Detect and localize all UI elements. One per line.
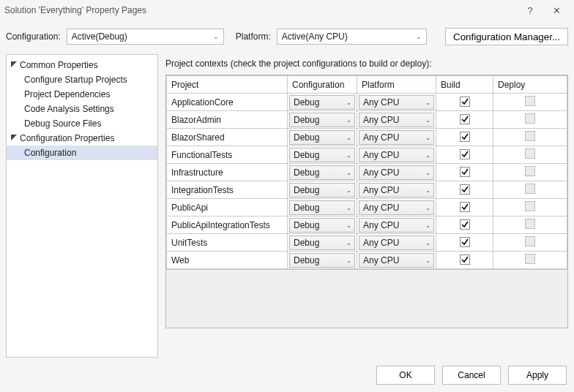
configuration-cell: Debug⌄ xyxy=(288,146,357,164)
deploy-checkbox[interactable] xyxy=(525,236,535,246)
table-row: PublicApiIntegrationTestsDebug⌄Any CPU⌄ xyxy=(167,216,567,234)
configuration-manager-button[interactable]: Configuration Manager... xyxy=(445,28,568,45)
row-platform-dropdown[interactable]: Any CPU⌄ xyxy=(359,253,434,268)
deploy-checkbox[interactable] xyxy=(525,201,535,211)
build-checkbox[interactable] xyxy=(460,184,470,195)
row-platform-dropdown[interactable]: Any CPU⌄ xyxy=(359,200,434,215)
platform-cell: Any CPU⌄ xyxy=(357,146,436,164)
expand-arrow-icon xyxy=(11,135,18,142)
tree-item-configuration[interactable]: Configuration xyxy=(7,146,157,160)
build-checkbox[interactable] xyxy=(460,237,470,247)
ok-button[interactable]: OK xyxy=(376,366,435,385)
build-checkbox[interactable] xyxy=(460,114,470,124)
col-header-deploy[interactable]: Deploy xyxy=(493,76,567,94)
deploy-cell xyxy=(493,181,567,199)
svg-marker-1 xyxy=(11,135,17,140)
row-configuration-dropdown[interactable]: Debug⌄ xyxy=(289,183,355,197)
project-grid: Project Configuration Platform Build Dep… xyxy=(165,75,568,328)
deploy-checkbox[interactable] xyxy=(525,254,535,264)
table-row: PublicApiDebug⌄Any CPU⌄ xyxy=(167,199,567,216)
build-checkbox[interactable] xyxy=(460,132,470,142)
deploy-checkbox[interactable] xyxy=(525,148,535,159)
tree-item-configuration-properties[interactable]: Configuration Properties xyxy=(7,131,157,146)
row-platform-dropdown[interactable]: Any CPU⌄ xyxy=(359,165,434,180)
row-configuration-dropdown[interactable]: Debug⌄ xyxy=(289,200,355,215)
col-header-build[interactable]: Build xyxy=(436,76,493,94)
row-configuration-dropdown[interactable]: Debug⌄ xyxy=(289,165,355,180)
tree-item-debug-source[interactable]: Debug Source Files xyxy=(7,116,157,131)
table-row: WebDebug⌄Any CPU⌄ xyxy=(167,252,567,269)
chevron-down-icon: ⌄ xyxy=(425,186,430,193)
tree-item-project-dependencies[interactable]: Project Dependencies xyxy=(7,87,157,102)
row-platform-dropdown[interactable]: Any CPU⌄ xyxy=(359,148,434,162)
build-checkbox[interactable] xyxy=(460,202,470,212)
deploy-cell xyxy=(493,216,567,234)
platform-dropdown[interactable]: Active(Any CPU) ⌄ xyxy=(277,29,427,45)
project-cell: PublicApi xyxy=(167,199,288,216)
table-row: IntegrationTestsDebug⌄Any CPU⌄ xyxy=(167,181,567,199)
configuration-cell: Debug⌄ xyxy=(288,164,357,181)
row-configuration-dropdown[interactable]: Debug⌄ xyxy=(289,130,355,145)
platform-cell: Any CPU⌄ xyxy=(357,252,436,269)
chevron-down-icon: ⌄ xyxy=(346,204,351,211)
deploy-checkbox[interactable] xyxy=(525,113,535,124)
build-cell xyxy=(436,199,493,216)
row-platform-dropdown[interactable]: Any CPU⌄ xyxy=(359,113,434,127)
deploy-checkbox[interactable] xyxy=(525,131,535,141)
chevron-down-icon: ⌄ xyxy=(346,186,351,193)
platform-cell: Any CPU⌄ xyxy=(357,199,436,216)
deploy-checkbox[interactable] xyxy=(525,184,535,194)
deploy-checkbox[interactable] xyxy=(525,219,535,229)
table-row: BlazorAdminDebug⌄Any CPU⌄ xyxy=(167,111,567,129)
project-cell: Web xyxy=(167,252,288,269)
cancel-button[interactable]: Cancel xyxy=(442,366,501,385)
apply-button[interactable]: Apply xyxy=(508,366,567,385)
chevron-down-icon: ⌄ xyxy=(425,151,430,158)
close-button[interactable]: ✕ xyxy=(543,1,570,19)
tree-item-common-properties[interactable]: Common Properties xyxy=(7,58,157,72)
deploy-checkbox[interactable] xyxy=(525,96,535,106)
row-configuration-dropdown[interactable]: Debug⌄ xyxy=(289,148,355,162)
row-configuration-dropdown[interactable]: Debug⌄ xyxy=(289,218,355,233)
table-row: InfrastructureDebug⌄Any CPU⌄ xyxy=(167,164,567,181)
row-platform-dropdown[interactable]: Any CPU⌄ xyxy=(359,130,434,145)
configuration-dropdown[interactable]: Active(Debug) ⌄ xyxy=(67,29,224,45)
tree-item-code-analysis[interactable]: Code Analysis Settings xyxy=(7,102,157,116)
chevron-down-icon: ⌄ xyxy=(213,33,219,40)
col-header-project[interactable]: Project xyxy=(167,76,288,94)
build-cell xyxy=(436,234,493,252)
row-platform-dropdown[interactable]: Any CPU⌄ xyxy=(359,183,434,197)
row-platform-dropdown[interactable]: Any CPU⌄ xyxy=(359,95,434,110)
configuration-cell: Debug⌄ xyxy=(288,129,357,146)
col-header-configuration[interactable]: Configuration xyxy=(288,76,357,94)
project-cell: IntegrationTests xyxy=(167,181,288,199)
row-configuration-dropdown[interactable]: Debug⌄ xyxy=(289,113,355,127)
titlebar: Solution 'Everything' Property Pages ? ✕ xyxy=(0,0,574,20)
build-checkbox[interactable] xyxy=(460,97,470,107)
tree-item-configure-startup[interactable]: Configure Startup Projects xyxy=(7,72,157,87)
row-configuration-dropdown[interactable]: Debug⌄ xyxy=(289,95,355,110)
project-cell: FunctionalTests xyxy=(167,146,288,164)
deploy-checkbox[interactable] xyxy=(525,166,535,176)
project-cell: BlazorShared xyxy=(167,129,288,146)
row-platform-dropdown[interactable]: Any CPU⌄ xyxy=(359,218,434,233)
build-checkbox[interactable] xyxy=(460,167,470,177)
row-configuration-dropdown[interactable]: Debug⌄ xyxy=(289,253,355,268)
build-checkbox[interactable] xyxy=(460,255,470,265)
row-platform-dropdown[interactable]: Any CPU⌄ xyxy=(359,235,434,250)
table-row: BlazorSharedDebug⌄Any CPU⌄ xyxy=(167,129,567,146)
chevron-down-icon: ⌄ xyxy=(425,99,430,105)
build-cell xyxy=(436,164,493,181)
row-configuration-dropdown[interactable]: Debug⌄ xyxy=(289,235,355,250)
help-button[interactable]: ? xyxy=(517,1,543,19)
build-cell xyxy=(436,181,493,199)
chevron-down-icon: ⌄ xyxy=(346,257,351,263)
configuration-cell: Debug⌄ xyxy=(288,94,357,111)
project-cell: Infrastructure xyxy=(167,164,288,181)
content-panel: Project contexts (check the project conf… xyxy=(165,54,568,358)
col-header-platform[interactable]: Platform xyxy=(357,76,436,94)
sidebar-tree: Common Properties Configure Startup Proj… xyxy=(6,54,158,358)
build-checkbox[interactable] xyxy=(460,149,470,159)
build-checkbox[interactable] xyxy=(460,219,470,230)
project-cell: ApplicationCore xyxy=(167,94,288,111)
